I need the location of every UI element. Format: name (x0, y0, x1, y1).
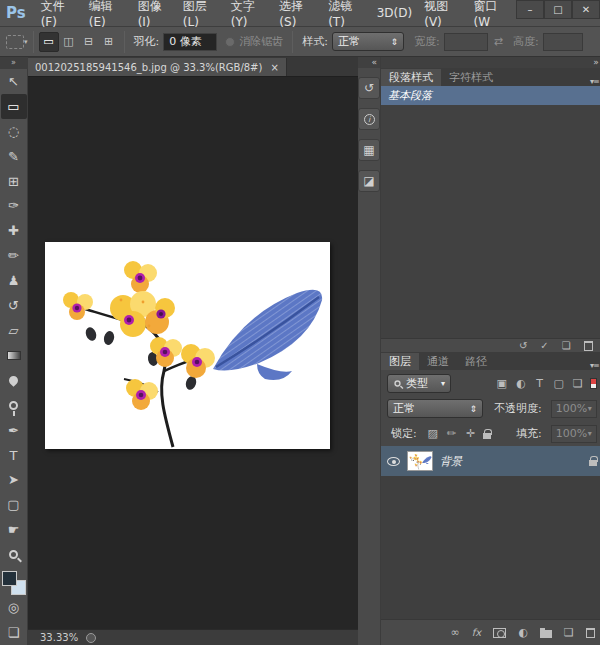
tool-preset-dropdown-icon[interactable]: ▾ (24, 38, 28, 46)
filter-smart-objects-icon[interactable]: ❏ (571, 377, 585, 390)
delete-style-icon[interactable] (584, 341, 593, 351)
canvas-background[interactable] (28, 76, 358, 629)
tab-layers[interactable]: 图层 (381, 353, 419, 370)
minimize-button[interactable]: – (516, 0, 544, 19)
type-tool-icon[interactable]: T (1, 443, 27, 468)
layers-panel-body (381, 476, 600, 619)
rectangular-marquee-tool-icon[interactable]: ▭ (1, 94, 27, 119)
swap-dimensions-icon[interactable]: ⇄ (494, 35, 503, 48)
layer-visibility-icon[interactable] (387, 457, 400, 466)
filter-adjustment-layers-icon[interactable]: ◐ (514, 377, 528, 390)
brush-tool-icon[interactable]: ✏ (1, 243, 27, 268)
menu-layer[interactable]: 图层(L) (177, 0, 225, 29)
tool-preset-icon[interactable] (6, 35, 24, 49)
clear-override-icon[interactable]: ✓ (540, 340, 548, 351)
zoom-level[interactable]: 33.33% (40, 632, 78, 643)
lock-transparent-icon[interactable]: ▨ (426, 427, 440, 440)
lock-paint-icon[interactable]: ✏ (445, 427, 459, 440)
layer-filter-kind-dropdown[interactable]: 类型 ▾ (387, 374, 451, 393)
hand-tool-icon[interactable]: ☛ (1, 517, 27, 542)
subtract-selection-button[interactable]: ⊟ (79, 32, 99, 52)
canvas-image[interactable] (45, 242, 330, 449)
shape-tool-icon[interactable]: ▢ (1, 492, 27, 517)
styles-panel-menu-icon[interactable]: ▾≡ (586, 77, 600, 86)
redefine-style-icon[interactable]: ↺ (519, 340, 527, 351)
new-adjustment-layer-icon[interactable]: ◐ (518, 626, 528, 639)
filter-type-layers-icon[interactable]: T (533, 377, 547, 390)
move-tool-icon[interactable]: ↖ (1, 69, 27, 94)
toolbar-collapse-icon[interactable]: » (0, 57, 28, 69)
new-group-icon[interactable] (540, 630, 552, 638)
lock-move-icon[interactable]: ✛ (464, 427, 478, 440)
dodge-tool-icon[interactable] (1, 393, 27, 418)
zoom-tool-icon[interactable] (1, 542, 27, 567)
pen-tool-icon[interactable]: ✒ (1, 418, 27, 443)
lasso-tool-icon[interactable]: ◌ (1, 119, 27, 144)
filter-shape-layers-icon[interactable]: ▢ (552, 377, 566, 390)
layer-effects-icon[interactable]: fx (472, 627, 481, 638)
status-disk-icon[interactable] (86, 633, 96, 643)
screen-mode-button[interactable]: ❏ (1, 620, 27, 645)
add-selection-button[interactable]: ◫ (59, 32, 79, 52)
tab-paragraph-styles[interactable]: 段落样式 (381, 69, 441, 86)
document-tab[interactable]: 0012025185941546_b.jpg @ 33.3%(RGB/8#) × (28, 58, 287, 76)
menu-edit[interactable]: 编辑(E) (83, 0, 132, 29)
add-layer-mask-icon[interactable] (493, 628, 506, 638)
swatches-panel-icon[interactable]: ▦ (358, 139, 380, 161)
layer-thumbnail[interactable] (407, 451, 433, 471)
opacity-input[interactable]: 100% ▾ (551, 400, 597, 418)
quick-selection-tool-icon[interactable]: ✎ (1, 144, 27, 169)
blur-tool-icon[interactable] (1, 368, 27, 393)
tab-paths[interactable]: 路径 (457, 353, 495, 370)
adjustments-panel-icon[interactable]: ◪ (358, 170, 380, 192)
info-panel-icon[interactable]: i (358, 108, 380, 130)
foreground-color-swatch[interactable] (2, 571, 17, 586)
style-dropdown[interactable]: 正常 ⇕ (332, 32, 404, 51)
menu-image[interactable]: 图像(I) (132, 0, 177, 29)
document-tab-close-icon[interactable]: × (270, 62, 278, 73)
history-panel-icon[interactable]: ↺ (358, 77, 380, 99)
eraser-tool-icon[interactable]: ▱ (1, 318, 27, 343)
maximize-button[interactable]: □ (544, 0, 572, 19)
menu-3d[interactable]: 3D(D) (371, 6, 418, 20)
menu-file[interactable]: 文件(F) (35, 0, 83, 29)
fill-input[interactable]: 100% ▾ (551, 425, 597, 443)
feather-input[interactable]: 0 像素 (163, 33, 217, 51)
menu-type[interactable]: 文字(Y) (225, 0, 274, 29)
new-selection-button[interactable]: ▭ (39, 32, 59, 52)
intersect-selection-button[interactable]: ⊞ (99, 32, 119, 52)
history-brush-tool-icon[interactable]: ↺ (1, 293, 27, 318)
layer-row-background[interactable]: 背景 (381, 446, 600, 476)
new-style-icon[interactable]: ❏ (562, 340, 571, 351)
lock-all-icon[interactable] (483, 433, 491, 439)
layers-panel-menu-icon[interactable]: ▾≡ (586, 361, 600, 370)
blend-mode-dropdown[interactable]: 正常 ⇕ (387, 399, 483, 418)
tab-character-styles[interactable]: 字符样式 (441, 69, 501, 86)
width-input[interactable] (444, 33, 488, 51)
new-layer-icon[interactable]: ❏ (564, 626, 574, 639)
quick-mask-button[interactable]: ◎ (1, 595, 27, 620)
filter-toggle-icon[interactable] (590, 378, 597, 389)
spinner-icon: ⇕ (469, 404, 477, 414)
search-icon (394, 380, 400, 386)
tab-channels[interactable]: 通道 (419, 353, 457, 370)
style-item-basic-paragraph[interactable]: 基本段落 (381, 86, 600, 105)
collapse-dock-icon[interactable]: « (358, 57, 380, 68)
healing-brush-tool-icon[interactable]: ✚ (1, 218, 27, 243)
delete-layer-icon[interactable] (586, 628, 595, 638)
expand-dock-icon[interactable]: » (381, 57, 600, 68)
menu-filter[interactable]: 滤镜(T) (322, 0, 371, 29)
eyedropper-tool-icon[interactable]: ✑ (1, 194, 27, 219)
link-layers-icon[interactable]: ∞ (451, 626, 460, 639)
menu-view[interactable]: 视图(V) (418, 0, 467, 29)
height-input[interactable] (543, 33, 583, 51)
gradient-tool-icon[interactable] (1, 343, 27, 368)
menu-select[interactable]: 选择(S) (273, 0, 322, 29)
crop-tool-icon[interactable]: ⊞ (1, 169, 27, 194)
menu-window[interactable]: 窗口(W (468, 0, 516, 29)
close-button[interactable]: ✕ (572, 0, 600, 19)
antialias-checkbox-icon[interactable] (225, 37, 235, 47)
clone-stamp-tool-icon[interactable]: ♟ (1, 268, 27, 293)
path-selection-tool-icon[interactable]: ➤ (1, 468, 27, 493)
filter-pixel-layers-icon[interactable]: ▣ (495, 377, 509, 390)
